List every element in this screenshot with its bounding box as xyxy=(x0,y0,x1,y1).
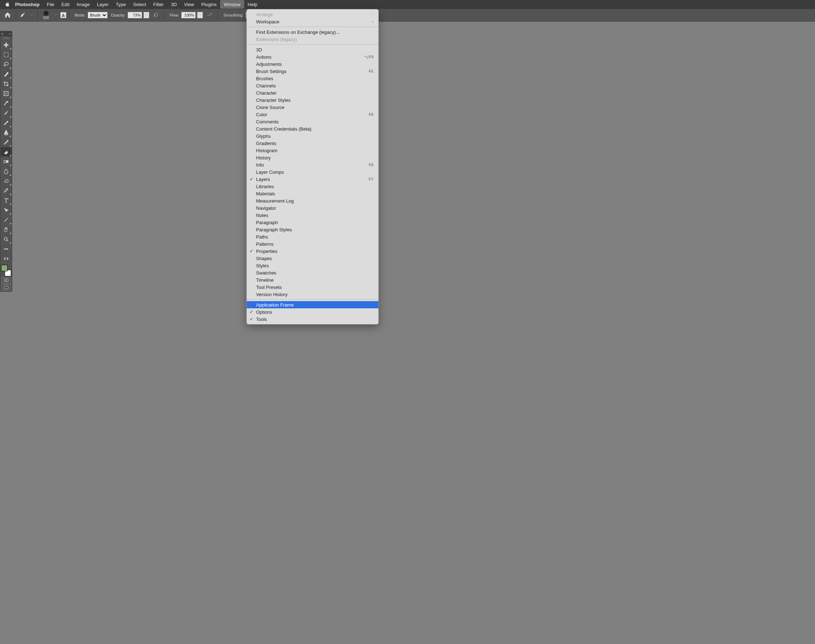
menu-item-histogram[interactable]: Histogram xyxy=(247,147,378,154)
edit-tool[interactable] xyxy=(1,254,12,263)
tools-expand-icon[interactable]: » xyxy=(9,32,11,35)
menu-item-channels[interactable]: Channels xyxy=(247,82,378,89)
move-tool[interactable] xyxy=(1,40,12,50)
menu-item-brush-settings[interactable]: Brush SettingsF5 xyxy=(247,67,378,75)
history-tool[interactable] xyxy=(1,138,12,147)
menubar-item-window[interactable]: Window xyxy=(220,0,244,9)
brush-tool[interactable] xyxy=(1,118,12,127)
apple-icon[interactable] xyxy=(4,2,12,7)
menu-item-libraries[interactable]: Libraries xyxy=(247,183,378,190)
heal-tool[interactable] xyxy=(1,108,12,118)
menubar-item-edit[interactable]: Edit xyxy=(58,0,73,9)
menu-item-navigator[interactable]: Navigator xyxy=(247,204,378,212)
menu-item-layer-comps[interactable]: Layer Comps xyxy=(247,169,378,176)
menu-item-tools[interactable]: ✓Tools xyxy=(247,316,378,323)
crop-tool[interactable] xyxy=(1,79,12,89)
dodge-tool[interactable] xyxy=(1,176,12,186)
gradient-tool[interactable] xyxy=(1,157,12,166)
menubar-item-view[interactable]: View xyxy=(181,0,198,9)
wand-tool[interactable] xyxy=(1,69,12,79)
tools-tabbar[interactable]: x » xyxy=(0,31,12,36)
type-tool[interactable] xyxy=(1,196,12,205)
menu-item-actions[interactable]: Actions⌥F9 xyxy=(247,53,378,60)
menu-item-options[interactable]: ✓Options xyxy=(247,308,378,316)
stamp-tool[interactable] xyxy=(1,128,12,137)
menu-item-paragraph[interactable]: Paragraph xyxy=(247,219,378,226)
menu-item-paths[interactable]: Paths xyxy=(247,233,378,240)
more-tool[interactable] xyxy=(1,244,12,254)
marquee-tool[interactable] xyxy=(1,50,12,59)
mode-select[interactable]: Brush xyxy=(88,12,107,18)
menu-item-notes[interactable]: Notes xyxy=(247,212,378,219)
foreground-color-swatch[interactable] xyxy=(1,265,8,271)
menu-item-content-credentials-beta[interactable]: Content Credentials (Beta) xyxy=(247,125,378,132)
menubar-item-plugins[interactable]: Plugins xyxy=(198,0,221,9)
screenmode-toggle[interactable] xyxy=(2,284,11,291)
menubar-item-3d[interactable]: 3D xyxy=(167,0,181,9)
menu-item-timeline[interactable]: Timeline xyxy=(247,276,378,284)
eyedrop-tool[interactable] xyxy=(1,98,12,108)
menu-item-info[interactable]: InfoF8 xyxy=(247,161,378,169)
airbrush-icon[interactable] xyxy=(204,12,215,19)
menu-item-shapes[interactable]: Shapes xyxy=(247,255,378,262)
lasso-tool[interactable] xyxy=(1,60,12,69)
frame-tool[interactable] xyxy=(1,89,12,98)
menu-item-swatches[interactable]: Swatches xyxy=(247,269,378,276)
pressure-opacity-icon[interactable] xyxy=(151,12,161,19)
menu-item-version-history[interactable]: Version History xyxy=(247,291,378,298)
brush-caret-icon[interactable]: ﹀ xyxy=(53,13,59,18)
eraser-tool[interactable] xyxy=(1,147,12,156)
opacity-value[interactable]: 73% xyxy=(128,12,142,18)
menu-item-workspace[interactable]: Workspace› xyxy=(247,18,378,25)
menu-item-label: Color xyxy=(256,112,267,117)
menu-item-application-frame[interactable]: Application Frame xyxy=(247,301,378,308)
menubar-item-type[interactable]: Type xyxy=(112,0,129,9)
menubar-item-select[interactable]: Select xyxy=(129,0,150,9)
menu-item-3d[interactable]: 3D xyxy=(247,46,378,53)
menu-item-character[interactable]: Character xyxy=(247,89,378,97)
menu-item-character-styles[interactable]: Character Styles xyxy=(247,97,378,104)
menu-item-clone-source[interactable]: Clone Source xyxy=(247,104,378,111)
menu-item-materials[interactable]: Materials xyxy=(247,190,378,197)
menu-item-properties[interactable]: ✓Properties xyxy=(247,247,378,255)
zoom-tool[interactable] xyxy=(1,235,12,244)
menu-item-glyphs[interactable]: Glyphs xyxy=(247,132,378,140)
menu-item-patterns[interactable]: Patterns xyxy=(247,240,378,247)
tool-preset-caret-icon[interactable]: ﹀ xyxy=(28,13,35,18)
menu-item-layers[interactable]: ✓LayersF7 xyxy=(247,176,378,183)
tools-grip-icon[interactable] xyxy=(0,36,12,40)
menu-item-brushes[interactable]: Brushes xyxy=(247,75,378,82)
menu-item-styles[interactable]: Styles xyxy=(247,262,378,269)
menu-item-gradients[interactable]: Gradients xyxy=(247,140,378,147)
menubar-app-name[interactable]: Photoshop xyxy=(12,0,43,9)
menu-item-tool-presets[interactable]: Tool Presets xyxy=(247,284,378,291)
menu-item-paragraph-styles[interactable]: Paragraph Styles xyxy=(247,226,378,233)
hand-tool[interactable] xyxy=(1,225,12,234)
brush-panel-toggle[interactable] xyxy=(60,12,66,18)
menu-item-color[interactable]: ColorF6 xyxy=(247,111,378,118)
home-button[interactable] xyxy=(2,10,13,20)
blur-tool[interactable] xyxy=(1,167,12,176)
current-tool-icon[interactable] xyxy=(19,11,27,19)
pen-tool[interactable] xyxy=(1,186,12,195)
menu-item-comments[interactable]: Comments xyxy=(247,118,378,125)
opacity-caret-icon[interactable]: ﹀ xyxy=(144,12,149,18)
menubar-item-file[interactable]: File xyxy=(43,0,58,9)
menubar-item-help[interactable]: Help xyxy=(244,0,261,9)
tools-close-icon[interactable]: x xyxy=(2,32,3,35)
menubar-item-image[interactable]: Image xyxy=(73,0,93,9)
menu-item-measurement-log[interactable]: Measurement Log xyxy=(247,197,378,204)
line-tool[interactable] xyxy=(1,215,12,224)
menubar-item-filter[interactable]: Filter xyxy=(150,0,167,9)
menu-item-history[interactable]: History xyxy=(247,154,378,161)
canvas-area[interactable] xyxy=(0,21,815,644)
brush-preset-picker[interactable]: 500 xyxy=(41,11,51,20)
menu-item-find-extensions-on-exchange-legacy[interactable]: Find Extensions on Exchange (legacy)... xyxy=(247,28,378,35)
quickmask-toggle[interactable] xyxy=(2,277,11,284)
menubar-item-layer[interactable]: Layer xyxy=(93,0,112,9)
flow-value[interactable]: 100% xyxy=(181,12,196,18)
color-swatches[interactable] xyxy=(1,265,11,276)
path-tool[interactable] xyxy=(1,205,12,215)
flow-caret-icon[interactable]: ﹀ xyxy=(197,12,203,18)
menu-item-adjustments[interactable]: Adjustments xyxy=(247,60,378,67)
